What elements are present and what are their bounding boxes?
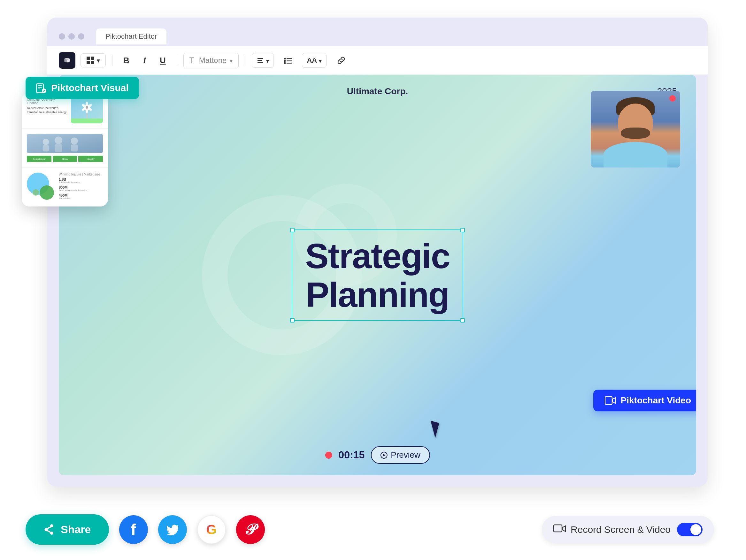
slide-company: Ultimate Corp. xyxy=(347,86,408,96)
svg-point-26 xyxy=(55,137,62,144)
toggle-switch[interactable] xyxy=(677,523,702,536)
google-button[interactable]: G xyxy=(197,515,226,544)
piktochart-visual-badge: Piktochart Visual xyxy=(26,77,139,99)
chart-labels: Winning feature | Market size 1.8B Total… xyxy=(59,173,103,201)
share-label: Share xyxy=(61,523,91,536)
phone-slide-2-image xyxy=(27,134,103,153)
font-selector[interactable]: T Mattone xyxy=(183,53,239,68)
piktochart-video-badge: Piktochart Video xyxy=(593,390,696,411)
svg-point-28 xyxy=(71,137,78,144)
phone-slides: Company Overview | Finance To accelerate… xyxy=(22,93,108,206)
facebook-icon: f xyxy=(131,521,136,539)
toggle-knob xyxy=(690,524,701,535)
visual-badge-label: Piktochart Visual xyxy=(51,82,129,93)
svg-rect-3 xyxy=(284,58,286,59)
svg-rect-17 xyxy=(71,119,103,123)
pinterest-button[interactable]: 𝒫 xyxy=(236,515,265,544)
video-badge-label: Piktochart Video xyxy=(621,395,691,405)
svg-rect-30 xyxy=(554,525,562,532)
phone-slide-1-body: To accelerate the world's transition to … xyxy=(27,106,68,114)
underline-button[interactable]: U xyxy=(155,52,170,69)
bubble-2 xyxy=(39,186,54,200)
chart-desc-2: Serviceable available market xyxy=(59,189,88,192)
font-name-label: Mattone xyxy=(199,56,227,65)
slide-main-text: Strategic Planning xyxy=(305,236,450,314)
rec-dot xyxy=(325,452,332,459)
share-button[interactable]: Share xyxy=(26,514,109,545)
browser-dot-3[interactable] xyxy=(78,33,84,39)
handle-br[interactable] xyxy=(460,318,465,323)
phone-mockup: Company Overview | Finance To accelerate… xyxy=(22,93,108,206)
canvas-area: Ultimate Corp. 2025 Strategic Planning xyxy=(59,75,696,475)
svg-rect-25 xyxy=(43,145,49,151)
phone-slide-3-label: Winning feature | Market size xyxy=(59,173,103,176)
align-chevron xyxy=(266,56,269,65)
block-integrity: Integrity xyxy=(78,156,103,162)
phone-slide-3: Winning feature | Market size 1.8B Total… xyxy=(22,167,108,206)
handle-tr[interactable] xyxy=(460,228,465,232)
link-button[interactable] xyxy=(332,52,351,69)
browser-window: Piktochart Editor xyxy=(47,18,708,486)
browser-dot-1[interactable] xyxy=(59,33,65,39)
svg-point-24 xyxy=(43,139,49,145)
google-icon: G xyxy=(206,522,217,537)
italic-button[interactable]: I xyxy=(139,52,150,69)
scene: Piktochart Editor xyxy=(0,0,746,560)
browser-dot-2[interactable] xyxy=(68,33,75,39)
bubble-3 xyxy=(33,189,39,196)
browser-chrome: Piktochart Editor xyxy=(47,18,708,46)
twitter-button[interactable] xyxy=(158,515,187,544)
list-button[interactable] xyxy=(279,53,297,68)
align-button[interactable] xyxy=(252,53,274,68)
record-screen-icon xyxy=(553,524,566,535)
bottom-section: Share f G 𝒫 Record Scre xyxy=(26,514,714,545)
svg-rect-23 xyxy=(27,134,103,153)
handle-bl[interactable] xyxy=(290,318,294,323)
block-ethical: Ethical xyxy=(53,156,77,162)
separator-3 xyxy=(245,55,246,66)
toolbar: B I U T Mattone xyxy=(47,46,708,75)
chart-val-2: 800M xyxy=(59,186,88,189)
fontsize-button[interactable]: AA xyxy=(302,53,326,68)
svg-rect-29 xyxy=(71,144,78,151)
chart-desc-3: Market size xyxy=(59,197,70,199)
chart-val-3: 450M xyxy=(59,193,70,197)
slide-background: Ultimate Corp. 2025 Strategic Planning xyxy=(59,75,696,475)
facebook-button[interactable]: f xyxy=(119,515,148,544)
bold-button[interactable]: B xyxy=(119,52,134,69)
browser-dots xyxy=(59,33,84,39)
phone-slide-2: Commitment Ethical Integrity xyxy=(22,129,108,167)
phone-slide-1-image xyxy=(71,98,103,123)
pattern-chevron xyxy=(97,56,100,64)
webcam-person xyxy=(591,91,680,167)
chart-desc-1: Total available market xyxy=(59,181,81,184)
record-container: Record Screen & Video xyxy=(542,516,714,543)
chart-row-2: 800M Serviceable available market xyxy=(59,186,103,192)
logo-button[interactable] xyxy=(59,52,76,69)
webcam-overlay xyxy=(591,91,680,167)
record-label: Record Screen & Video xyxy=(553,524,670,535)
phone-slide-1-text: Company Overview | Finance To accelerate… xyxy=(27,98,68,114)
cursor-arrow xyxy=(427,421,439,438)
separator-2 xyxy=(177,55,177,66)
rec-time: 00:15 xyxy=(338,449,365,461)
chart-row-1: 1.8B Total available market xyxy=(59,177,103,184)
phone-slide-2-blocks: Commitment Ethical Integrity xyxy=(27,156,103,162)
chart-row-3: 450M Market size xyxy=(59,193,103,199)
chart-val-1: 1.8B xyxy=(59,177,81,181)
pattern-button[interactable] xyxy=(81,53,106,67)
text-icon: T xyxy=(190,56,195,65)
pinterest-icon: 𝒫 xyxy=(245,521,256,538)
preview-button[interactable]: Preview xyxy=(371,446,430,464)
fontsize-label: AA xyxy=(307,56,317,64)
font-chevron xyxy=(230,56,233,65)
handle-tl[interactable] xyxy=(290,228,294,232)
svg-point-22 xyxy=(86,106,88,109)
fontsize-chevron xyxy=(319,56,322,65)
bubble-chart xyxy=(27,173,56,201)
record-text: Record Screen & Video xyxy=(571,524,670,535)
browser-tab[interactable]: Piktochart Editor xyxy=(96,28,167,45)
webcam-rec-dot xyxy=(669,95,676,102)
selected-text-box[interactable]: Strategic Planning xyxy=(292,229,463,321)
svg-rect-4 xyxy=(284,60,286,62)
